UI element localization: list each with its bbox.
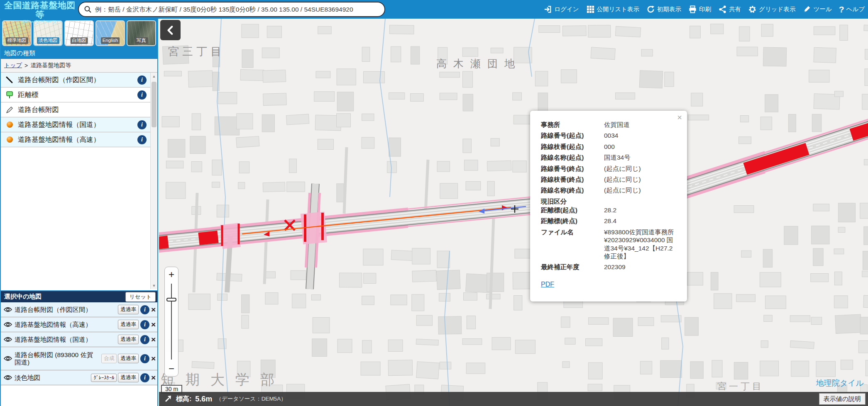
layer-item-daicho-sakuzu[interactable]: 道路台帳附図（作図区間） i [1, 73, 157, 88]
visibility-eye-icon[interactable] [3, 321, 13, 328]
zoom-in-button[interactable]: + [165, 267, 178, 282]
popup-field-label: 最終補正年度 [541, 263, 604, 271]
zoom-slider-track[interactable] [165, 282, 178, 361]
login-label: ログイン [554, 5, 579, 13]
opacity-button[interactable]: 透過率 [118, 373, 139, 382]
basemap-label: 淡色地図 [37, 37, 59, 44]
popup-field-value: (起点に同じ) [604, 165, 679, 173]
app-title-line2: データベース [2, 19, 77, 25]
elevation-label: 標高: [176, 395, 191, 404]
opacity-button[interactable]: 透過率 [118, 305, 139, 314]
popup-field-label: 距離標(終点) [541, 217, 604, 225]
map-label-district: 高木瀬団地 [436, 57, 521, 71]
visibility-eye-icon[interactable] [3, 355, 13, 362]
info-icon[interactable]: i [137, 135, 147, 144]
tiles-credit-link[interactable]: 地理院タイル [816, 378, 864, 389]
remove-layer-icon[interactable]: × [151, 306, 156, 314]
map-types-header: 地図の種類 [1, 48, 157, 59]
layer-item-daicho[interactable]: 道路台帳附図 [1, 102, 157, 117]
popup-close-icon[interactable]: × [677, 113, 682, 122]
visibility-eye-icon[interactable] [3, 336, 13, 343]
share-button[interactable]: 共有 [718, 5, 741, 14]
basemap-label: English [101, 37, 120, 44]
popup-field-label: 路線名称(起点) [541, 153, 604, 161]
scroll-up-icon[interactable]: ▲ [151, 73, 157, 80]
visibility-eye-icon[interactable] [3, 306, 13, 313]
popup-field-value: 000 [604, 143, 679, 151]
info-icon[interactable]: i [140, 335, 149, 344]
layer-item-kiban-kokudo[interactable]: 道路基盤地図情報（国道） i [1, 117, 157, 132]
layer-label: 道路台帳附図（作図区間） [18, 75, 100, 85]
zoom-slider-handle[interactable] [166, 298, 176, 301]
scroll-down-icon[interactable]: ▼ [151, 282, 157, 289]
info-icon[interactable]: i [137, 90, 147, 100]
popup-field-value: ¥893800佐賀国道事務所¥20230929¥0034000 国道34号¥34… [604, 228, 679, 260]
popup-field-value: 28.4 [604, 217, 679, 225]
sidebar-scrollbar[interactable]: ▲ ▼ [150, 73, 157, 289]
search-icon [84, 5, 92, 13]
pen-icon [4, 106, 15, 114]
grayscale-button[interactable]: ｸﾞﾚｰｽｹｰﾙ [91, 374, 117, 382]
basemap-photo[interactable]: 写真 [127, 20, 156, 46]
remove-layer-icon[interactable]: × [151, 321, 156, 328]
help-button[interactable]: ? ヘルプ [839, 5, 865, 15]
printer-icon [688, 5, 697, 14]
info-icon[interactable]: i [140, 320, 149, 329]
legend-button[interactable]: 表示値の説明 [819, 393, 866, 405]
search-box[interactable] [78, 2, 385, 17]
layer-label: 距離標 [18, 90, 39, 100]
breadcrumb-home-link[interactable]: トップ [4, 62, 22, 69]
selected-map-label: 道路台帳附図（作図区間） [15, 306, 117, 314]
public-list-button[interactable]: 公開リスト表示 [586, 5, 640, 14]
popup-field-label: 現旧区分 [541, 197, 604, 205]
reset-button[interactable]: リセット [125, 292, 156, 302]
opacity-button[interactable]: 透過率 [118, 354, 139, 363]
gear-icon [748, 5, 757, 14]
map-canvas[interactable]: 宮三丁目 高木瀬団地 短期大学部 宮一丁目 + − 30 m 地理院タイル × … [159, 19, 868, 406]
popup-field-value: (起点に同じ) [604, 186, 679, 194]
chevron-left-icon [165, 25, 176, 36]
visibility-eye-icon[interactable] [3, 374, 13, 381]
composite-button[interactable]: 合成 [101, 354, 117, 363]
help-label: ヘルプ [846, 5, 865, 13]
login-icon [543, 5, 552, 14]
app-title: 全国道路基盤地図等 データベース [2, 1, 77, 25]
layer-item-kiban-kosoku[interactable]: 道路基盤地図情報（高速） i [1, 132, 157, 147]
road-corridor-ne [674, 117, 868, 202]
tools-label: ツール [813, 5, 831, 13]
info-icon[interactable]: i [137, 120, 147, 129]
scrollbar-thumb[interactable] [152, 82, 156, 127]
opacity-button[interactable]: 透過率 [118, 335, 139, 344]
selected-maps-title: 選択中の地図 [4, 293, 42, 301]
zoom-out-button[interactable]: − [165, 361, 178, 376]
opacity-button[interactable]: 透過率 [118, 320, 139, 329]
layer-item-kyorihyo[interactable]: 距離標 i [1, 88, 157, 102]
print-button[interactable]: 印刷 [688, 5, 711, 14]
remove-layer-icon[interactable]: × [151, 355, 156, 362]
grid-display-button[interactable]: グリッド表示 [748, 5, 795, 14]
login-button[interactable]: ログイン [543, 5, 579, 14]
info-icon[interactable]: i [140, 305, 149, 314]
search-input[interactable] [95, 6, 379, 13]
basemap-english[interactable]: English [95, 20, 125, 46]
print-label: 印刷 [699, 5, 711, 13]
selected-map-row: 淡色地図 ｸﾞﾚｰｽｹｰﾙ 透過率 i × [1, 370, 157, 385]
remove-layer-icon[interactable]: × [151, 335, 156, 343]
app-topbar: 全国道路基盤地図等 データベース ログイン [0, 0, 868, 19]
tools-button[interactable]: ツール [802, 5, 831, 14]
remove-layer-icon[interactable]: × [151, 374, 156, 382]
info-icon[interactable]: i [140, 373, 149, 382]
sphere-icon [4, 122, 15, 128]
popup-pdf-link[interactable]: PDF [541, 281, 554, 288]
popup-field-label: 事務所 [541, 121, 604, 129]
zoom-control[interactable]: + − [164, 267, 178, 377]
basemap-label: 標準地図 [6, 37, 28, 44]
elevation-value: 5.6m [195, 395, 212, 404]
basemap-label: 写真 [135, 37, 148, 44]
initial-view-button[interactable]: 初期表示 [646, 5, 681, 14]
breadcrumb: トップ > 道路基盤地図等 [1, 59, 157, 73]
info-icon[interactable]: i [140, 354, 149, 363]
topbar-actions: ログイン 公開リスト表示 初期表示 [543, 0, 865, 19]
sidebar-collapse-button[interactable] [160, 20, 181, 40]
info-icon[interactable]: i [137, 75, 147, 85]
